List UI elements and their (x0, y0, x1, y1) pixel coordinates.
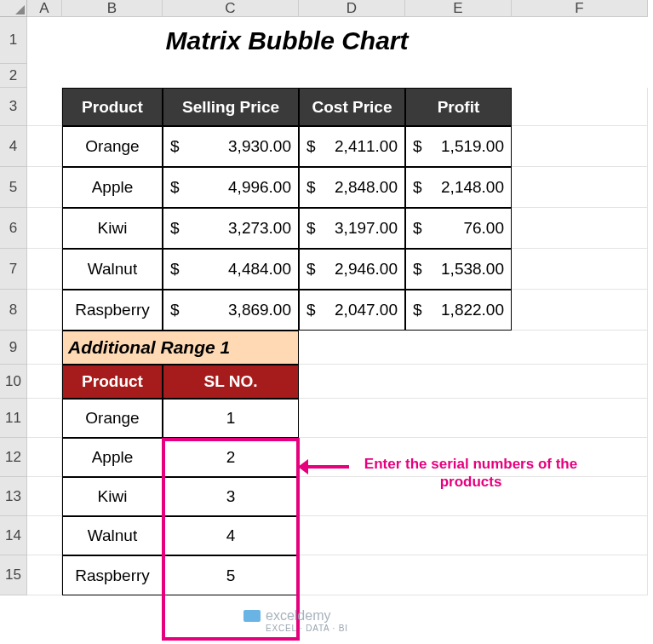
cell-C12[interactable]: 2 (163, 438, 299, 477)
value: 2,848.00 (316, 178, 398, 197)
row-header-11[interactable]: 11 (0, 399, 27, 438)
cell-C8[interactable]: $3,869.00 (163, 290, 299, 331)
value: 4,484.00 (180, 260, 291, 279)
value: 2,148.00 (422, 178, 504, 197)
currency-symbol: $ (306, 219, 316, 238)
cell-E6[interactable]: $76.00 (405, 208, 512, 249)
page-title: Matrix Bubble Chart (62, 17, 512, 64)
currency-symbol: $ (413, 219, 422, 238)
row-header-2[interactable]: 2 (0, 64, 27, 88)
th-profit[interactable]: Profit (405, 88, 512, 126)
value: 2,411.00 (316, 137, 398, 156)
col-header-D[interactable]: D (299, 0, 405, 17)
value: 76.00 (422, 219, 504, 238)
row-header-5[interactable]: 5 (0, 167, 27, 208)
row-header-8[interactable]: 8 (0, 290, 27, 331)
th-cost[interactable]: Cost Price (299, 88, 405, 126)
cell-C13[interactable]: 3 (163, 477, 299, 516)
value: 3,869.00 (180, 301, 291, 319)
row-header-12[interactable]: 12 (0, 438, 27, 477)
currency-symbol: $ (413, 301, 422, 319)
watermark-tagline: EXCEL · DATA · BI (266, 624, 348, 633)
cell-C4[interactable]: $3,930.00 (163, 126, 299, 167)
col-header-E[interactable]: E (405, 0, 512, 17)
col-header-B[interactable]: B (62, 0, 163, 17)
row-header-6[interactable]: 6 (0, 208, 27, 249)
value: 2,047.00 (316, 301, 398, 319)
row-header-15[interactable]: 15 (0, 555, 27, 595)
row-header-13[interactable]: 13 (0, 477, 27, 516)
arrow-icon (308, 465, 349, 469)
cell-B12[interactable]: Apple (62, 438, 163, 477)
row-header-14[interactable]: 14 (0, 516, 27, 555)
cell-E4[interactable]: $1,519.00 (405, 126, 512, 167)
watermark-brand: exceldemy (266, 608, 330, 624)
cell-C11[interactable]: 1 (163, 399, 299, 438)
row-header-9[interactable]: 9 (0, 331, 27, 365)
cell-B6[interactable]: Kiwi (62, 208, 163, 249)
value: 4,996.00 (180, 178, 291, 197)
cell-B15[interactable]: Raspberry (62, 555, 163, 595)
select-all-corner[interactable] (0, 0, 27, 17)
cell-D8[interactable]: $2,047.00 (299, 290, 405, 331)
currency-symbol: $ (170, 219, 180, 238)
value: 3,197.00 (316, 219, 398, 238)
cell-D6[interactable]: $3,197.00 (299, 208, 405, 249)
th-selling[interactable]: Selling Price (163, 88, 299, 126)
spreadsheet: A B C D E F 1 Matrix Bubble Chart 2 3 Pr… (0, 0, 653, 595)
cell-B5[interactable]: Apple (62, 167, 163, 208)
row-header-10[interactable]: 10 (0, 365, 27, 399)
currency-symbol: $ (170, 178, 180, 197)
subtitle[interactable]: Additional Range 1 (62, 331, 299, 365)
cell-E7[interactable]: $1,538.00 (405, 249, 512, 290)
currency-symbol: $ (306, 301, 316, 319)
cell-D5[interactable]: $2,848.00 (299, 167, 405, 208)
cell-C15[interactable]: 5 (163, 555, 299, 595)
watermark: exceldemy (243, 608, 330, 624)
col-header-C[interactable]: C (163, 0, 299, 17)
annotation-text: Enter the serial numbers of the products (352, 455, 589, 492)
cell-B11[interactable]: Orange (62, 399, 163, 438)
currency-symbol: $ (306, 260, 316, 279)
th-product[interactable]: Product (62, 88, 163, 126)
cell-E8[interactable]: $1,822.00 (405, 290, 512, 331)
cell-C5[interactable]: $4,996.00 (163, 167, 299, 208)
currency-symbol: $ (413, 137, 422, 156)
cell-C6[interactable]: $3,273.00 (163, 208, 299, 249)
cell-B4[interactable]: Orange (62, 126, 163, 167)
th2-sl[interactable]: SL NO. (163, 365, 299, 399)
value: 1,822.00 (422, 301, 504, 319)
cell-D7[interactable]: $2,946.00 (299, 249, 405, 290)
row-header-3[interactable]: 3 (0, 88, 27, 126)
bar-chart-icon (243, 610, 261, 622)
cell-E5[interactable]: $2,148.00 (405, 167, 512, 208)
value: 1,519.00 (422, 137, 504, 156)
th2-product[interactable]: Product (62, 365, 163, 399)
value: 1,538.00 (422, 260, 504, 279)
cell-B7[interactable]: Walnut (62, 249, 163, 290)
cell-C7[interactable]: $4,484.00 (163, 249, 299, 290)
cell-B14[interactable]: Walnut (62, 516, 163, 555)
currency-symbol: $ (170, 137, 180, 156)
cell-D4[interactable]: $2,411.00 (299, 126, 405, 167)
row-header-1[interactable]: 1 (0, 17, 27, 64)
col-header-A[interactable]: A (27, 0, 62, 17)
value: 3,273.00 (180, 219, 291, 238)
col-header-F[interactable]: F (512, 0, 648, 17)
currency-symbol: $ (413, 260, 422, 279)
currency-symbol: $ (413, 178, 422, 197)
value: 3,930.00 (180, 137, 291, 156)
currency-symbol: $ (170, 301, 180, 319)
cell-B13[interactable]: Kiwi (62, 477, 163, 516)
value: 2,946.00 (316, 260, 398, 279)
currency-symbol: $ (306, 137, 316, 156)
cell-B8[interactable]: Raspberry (62, 290, 163, 331)
cell-C14[interactable]: 4 (163, 516, 299, 555)
currency-symbol: $ (306, 178, 316, 197)
currency-symbol: $ (170, 260, 180, 279)
row-header-4[interactable]: 4 (0, 126, 27, 167)
row-header-7[interactable]: 7 (0, 249, 27, 290)
